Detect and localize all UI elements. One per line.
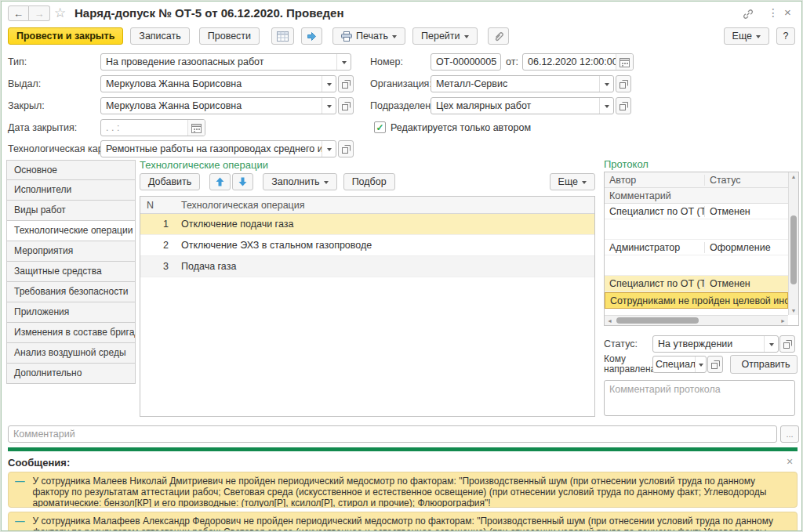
close-window-icon[interactable]: × [784, 5, 791, 19]
pick-button[interactable]: Подбор [343, 173, 395, 190]
protocol-status: Отменен [705, 206, 788, 217]
author-only-checkbox[interactable]: ✓ [374, 121, 386, 133]
operations-more-button[interactable]: Еще [550, 173, 595, 190]
type-combobox[interactable]: На проведение газоопасных работ [100, 53, 351, 71]
pick-label: Подбор [352, 176, 387, 187]
more-actions-button[interactable]: Еще [724, 27, 769, 45]
status-combobox[interactable]: На утверждении [652, 335, 779, 353]
department-combobox[interactable]: Цех малярных работ [431, 97, 614, 114]
sidebar-item-executors[interactable]: Исполнители [6, 180, 136, 201]
number-field[interactable]: ОТ-00000005 [431, 53, 501, 71]
title-bar: ← → ☆ Наряд-допуск № ОТ-5 от 06.12.2020.… [2, 2, 801, 25]
show-register-records-button[interactable] [271, 27, 294, 45]
operations-col-operation[interactable]: Технологическая операция [175, 200, 594, 211]
forward-button[interactable]: → [29, 5, 50, 21]
post-document-button[interactable] [301, 27, 322, 45]
protocol-col-comment[interactable]: Комментарий [605, 190, 788, 201]
attachments-button[interactable] [488, 27, 509, 45]
operations-more-label: Еще [558, 176, 578, 187]
move-down-button[interactable] [232, 173, 253, 190]
protocol-entry[interactable]: Специалист по ОТ (Т... Отменен [605, 204, 788, 240]
document-date-calendar-icon[interactable] [616, 54, 633, 70]
operations-table: N Технологическая операция 1 Отключение … [140, 196, 595, 417]
operations-toolbar: Добавить Заполнить Подбор Еще [140, 173, 595, 190]
closed-by-combobox[interactable]: Меркулова Жанна Борисовна [100, 97, 336, 114]
sidebar-item-work-types[interactable]: Виды работ [6, 201, 136, 221]
organization-open-button[interactable] [616, 75, 631, 92]
protocol-vertical-scrollbar[interactable]: ▲ ▼ [788, 172, 798, 315]
organization-combobox[interactable]: Металл-Сервис [431, 75, 614, 92]
department-dropdown-icon[interactable] [599, 98, 613, 114]
issued-by-open-button[interactable] [338, 75, 354, 92]
back-button[interactable]: ← [8, 5, 29, 21]
sidebar-item-air-analysis[interactable]: Анализ воздушной среды [6, 343, 136, 364]
post-and-close-button[interactable]: Провести и закрыть [8, 27, 123, 45]
scroll-down-icon[interactable]: ▼ [791, 308, 797, 313]
department-open-button[interactable] [616, 97, 631, 114]
sidebar-item-tech-operations[interactable]: Технологические операции [6, 221, 136, 241]
document-date-field[interactable]: 06.12.2020 12:00:00 [522, 53, 634, 71]
sidebar-item-attachments[interactable]: Приложения [6, 302, 136, 323]
favorite-star-icon[interactable]: ☆ [54, 5, 66, 21]
comment-more-button[interactable]: ... [780, 425, 799, 443]
get-link-icon[interactable] [742, 8, 754, 23]
scroll-right-icon[interactable]: ► [780, 318, 786, 324]
scroll-left-icon[interactable]: ◄ [607, 318, 612, 324]
scroll-up-icon[interactable]: ▲ [791, 174, 797, 179]
issued-by-combobox[interactable]: Меркулова Жанна Борисовна [100, 75, 336, 92]
protocol-entry-selected[interactable]: Специалист по ОТ (Т... Отменен Сотрудник… [605, 276, 788, 309]
register-grid-icon [277, 31, 289, 42]
message-text: У сотрудника Малафеев Александр Федорови… [33, 516, 790, 531]
close-date-field[interactable]: . . : [100, 119, 205, 136]
send-button[interactable]: Отправить [730, 355, 798, 374]
move-up-button[interactable] [209, 173, 231, 190]
closed-by-dropdown-icon[interactable] [322, 98, 336, 114]
row-operation: Отключение подачи газа [175, 219, 594, 230]
protocol-entry[interactable]: Администратор Оформление [605, 240, 788, 276]
horizontal-scroll-thumb[interactable] [616, 317, 699, 324]
sidebar-item-safety-requirements[interactable]: Требования безопасности [6, 282, 136, 302]
tech-map-dropdown-icon[interactable] [322, 141, 336, 157]
protocol-horizontal-scrollbar[interactable]: ◄ ► [605, 315, 788, 325]
protocol-author: Специалист по ОТ (Т... [605, 206, 705, 217]
table-row[interactable]: 1 Отключение подачи газа [140, 214, 594, 235]
fill-button[interactable]: Заполнить [263, 173, 336, 190]
write-button[interactable]: Записать [130, 27, 189, 45]
vertical-scroll-thumb[interactable] [790, 215, 797, 284]
organization-dropdown-icon[interactable] [599, 76, 613, 92]
protocol-col-author[interactable]: Автор [605, 175, 705, 186]
sidebar-item-protective-equipment[interactable]: Защитные средства [6, 262, 136, 282]
tech-map-open-button[interactable] [338, 140, 354, 157]
sent-to-dropdown-icon[interactable] [695, 356, 706, 372]
sidebar-item-main[interactable]: Основное [6, 160, 136, 180]
status-dropdown-icon[interactable] [764, 336, 778, 352]
document-window: ← → ☆ Наряд-допуск № ОТ-5 от 06.12.2020.… [1, 1, 802, 531]
status-open-button[interactable] [779, 335, 795, 353]
sidebar-item-additional[interactable]: Дополнительно [6, 364, 136, 384]
open-icon [783, 340, 792, 349]
print-button[interactable]: Печать [332, 27, 405, 45]
table-row[interactable]: 2 Отключение ЭХЗ в стальном газопроводе [140, 235, 594, 256]
protocol-col-status[interactable]: Статус [705, 175, 788, 186]
comment-input[interactable]: Комментарий [8, 425, 777, 443]
issued-by-dropdown-icon[interactable] [322, 76, 336, 92]
date-from-label: от: [506, 53, 518, 71]
protocol-comment-textarea[interactable]: Комментарий протокола [604, 380, 795, 416]
help-button[interactable]: ? [776, 27, 795, 45]
post-button[interactable]: Провести [199, 27, 260, 45]
sent-to-open-button[interactable] [707, 356, 723, 373]
close-date-calendar-icon[interactable] [187, 120, 205, 136]
operations-col-n[interactable]: N [140, 200, 175, 211]
more-label: Еще [732, 31, 752, 42]
add-row-button[interactable]: Добавить [140, 173, 200, 190]
goto-button[interactable]: Перейти [412, 27, 478, 45]
closed-by-open-button[interactable] [338, 97, 354, 114]
sidebar-item-brigade-changes[interactable]: Изменения в составе бригады [6, 323, 136, 343]
more-menu-icon[interactable]: ⋮ [768, 6, 779, 19]
tech-map-combobox[interactable]: Ремонтные работы на газопроводах среднег… [100, 140, 336, 157]
table-row[interactable]: 3 Подача газа [140, 256, 594, 277]
sent-to-combobox[interactable]: Специалис [652, 356, 707, 373]
messages-close-icon[interactable]: × [787, 455, 793, 468]
type-dropdown-icon[interactable] [336, 54, 351, 70]
sidebar-item-activities[interactable]: Мероприятия [6, 241, 136, 262]
